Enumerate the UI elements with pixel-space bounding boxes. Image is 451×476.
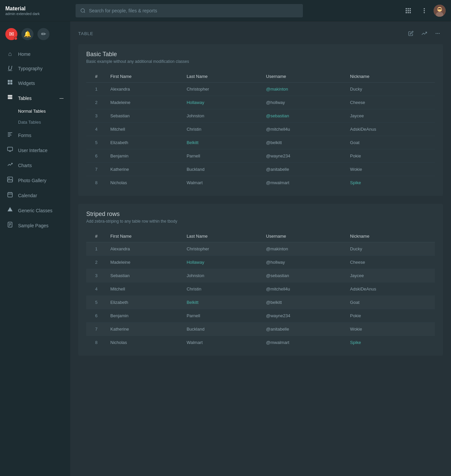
- search-box[interactable]: [76, 4, 303, 17]
- sidebar-label-samplepages: Sample Pages: [18, 223, 64, 228]
- datatables-label: Data Tables: [18, 120, 41, 125]
- table-cell-num: 5: [86, 136, 106, 149]
- table-cell-nickname[interactable]: Spike: [346, 336, 435, 349]
- table-row: 1AlexandraChristopher@makintonDucky: [86, 242, 435, 256]
- table-row: 7KatherineBuckland@anitabelleWokie: [86, 163, 435, 176]
- svg-rect-23: [8, 98, 12, 99]
- svg-line-1: [84, 12, 85, 13]
- svg-rect-10: [410, 12, 411, 13]
- table-cell-nickname: Jaycee: [346, 269, 435, 282]
- sidebar-item-charts[interactable]: Charts: [0, 158, 70, 173]
- svg-point-41: [436, 33, 437, 34]
- mail-badge: [14, 37, 17, 40]
- svg-rect-8: [406, 12, 407, 13]
- table-cell-username: @wayne234: [262, 309, 346, 323]
- svg-rect-22: [8, 97, 12, 98]
- bell-button[interactable]: 🔔: [21, 28, 33, 40]
- svg-rect-3: [408, 8, 409, 9]
- svg-rect-7: [410, 10, 411, 11]
- avatar[interactable]: [434, 5, 446, 17]
- table-cell-username: @hollway: [262, 256, 346, 269]
- table-cell-username: @mwalmart: [262, 336, 346, 349]
- svg-rect-6: [408, 10, 409, 11]
- brand-title: Material: [5, 5, 76, 12]
- table-cell-num: 4: [86, 282, 106, 296]
- chart-icon-button[interactable]: [419, 28, 430, 39]
- sidebar-subitem-datatables[interactable]: Data Tables: [0, 117, 70, 128]
- table-cell-lastname[interactable]: Hollaway: [183, 256, 262, 269]
- sidebar-subitem-normaltables[interactable]: Normal Tables: [0, 106, 70, 117]
- search-input[interactable]: [89, 8, 298, 13]
- mail-button[interactable]: ✉: [5, 28, 17, 40]
- sidebar-item-widgets[interactable]: Widgets: [0, 76, 70, 91]
- sidebar-item-genericclasses[interactable]: Generic Classes: [0, 203, 70, 218]
- table-cell-nickname[interactable]: Spike: [346, 176, 435, 190]
- table-cell-username: @wayne234: [262, 149, 346, 163]
- table-cell-username[interactable]: @sebastian: [262, 109, 346, 123]
- table-cell-nickname: Pokie: [346, 149, 435, 163]
- table-cell-num: 5: [86, 296, 106, 309]
- sidebar-item-userinterface[interactable]: User Interface: [0, 143, 70, 158]
- sidebar-label-forms: Forms: [18, 133, 64, 138]
- table-cell-firstname: Katherine: [106, 163, 183, 176]
- avatar-image: [434, 5, 446, 17]
- table-row: 2MadeleineHollaway@hollwayCheese: [86, 256, 435, 269]
- table-subtitle-basic: Basic example without any additional mod…: [86, 59, 435, 64]
- page-title: TABLE: [78, 31, 93, 36]
- svg-rect-27: [8, 136, 10, 137]
- sidebar-label-widgets: Widgets: [18, 81, 64, 86]
- table-cell-lastname[interactable]: Hollaway: [183, 96, 262, 109]
- table-cell-lastname[interactable]: Belkitt: [183, 136, 262, 149]
- table-cell-firstname: Nicholas: [106, 176, 183, 190]
- table-cell-num: 3: [86, 109, 106, 123]
- sidebar-item-calendar[interactable]: Calendar: [0, 188, 70, 203]
- table-row: 4MitchellChristin@mitchell4uAdskiDeAnus: [86, 123, 435, 136]
- compose-button[interactable]: ✏: [37, 28, 49, 40]
- table-row: 6BenjaminParnell@wayne234Pokie: [86, 149, 435, 163]
- table-cell-username: @anitabelle: [262, 323, 346, 336]
- table-cell-firstname: Mitchell: [106, 123, 183, 136]
- sidebar-item-tables[interactable]: Tables —: [0, 91, 70, 106]
- table-cell-username: @hollway: [262, 96, 346, 109]
- svg-rect-18: [10, 80, 12, 82]
- table-cell-num: 2: [86, 256, 106, 269]
- sidebar-item-home[interactable]: ⌂ Home: [0, 47, 70, 61]
- table-cell-username[interactable]: @makinton: [262, 83, 346, 96]
- main-content: TABLE: [70, 21, 451, 476]
- svg-rect-9: [408, 12, 409, 13]
- edit-icon-button[interactable]: [406, 28, 416, 39]
- more-horiz-button[interactable]: [432, 28, 443, 39]
- table-cell-num: 1: [86, 83, 106, 96]
- table-cell-lastname: Buckland: [183, 323, 262, 336]
- table-cell-nickname: Pokie: [346, 309, 435, 323]
- more-vert-button[interactable]: [418, 4, 431, 17]
- table-cell-firstname: Elizabeth: [106, 296, 183, 309]
- table-cell-num: 7: [86, 163, 106, 176]
- svg-marker-36: [8, 207, 13, 212]
- sidebar-label-genericclasses: Generic Classes: [18, 208, 64, 213]
- table-cell-firstname: Benjamin: [106, 309, 183, 323]
- table-title-basic: Basic Table: [86, 51, 435, 58]
- sidebar-item-samplepages[interactable]: Sample Pages: [0, 218, 70, 233]
- layout: ✉ 🔔 ✏ ⌂ Home U Typography Widgets: [0, 21, 451, 476]
- table-cell-nickname: AdskiDeAnus: [346, 282, 435, 296]
- grid-icon: [405, 7, 412, 14]
- page-header: TABLE: [78, 28, 443, 39]
- sidebar-item-forms[interactable]: Forms: [0, 128, 70, 143]
- grid-icon-button[interactable]: [402, 4, 415, 17]
- table-cell-firstname: Benjamin: [106, 149, 183, 163]
- table-cell-firstname: Madeleine: [106, 96, 183, 109]
- sidebar-label-typography: Typography: [18, 66, 64, 71]
- table-cell-firstname: Mitchell: [106, 282, 183, 296]
- table-cell-nickname: Wokie: [346, 323, 435, 336]
- table-cell-num: 4: [86, 123, 106, 136]
- table-card-striped: Striped rowsAdd zebra-striping to any ta…: [78, 204, 443, 356]
- table-cell-lastname[interactable]: Belkitt: [183, 296, 262, 309]
- table-cell-lastname: Buckland: [183, 163, 262, 176]
- sidebar-item-photogallery[interactable]: Photo Gallery: [0, 173, 70, 188]
- bell-icon: 🔔: [24, 30, 31, 38]
- more-horiz-icon: [435, 31, 440, 36]
- table-row: 8NicholasWalmart@mwalmartSpike: [86, 336, 435, 349]
- sidebar-item-typography[interactable]: U Typography: [0, 61, 70, 76]
- svg-rect-19: [8, 83, 10, 85]
